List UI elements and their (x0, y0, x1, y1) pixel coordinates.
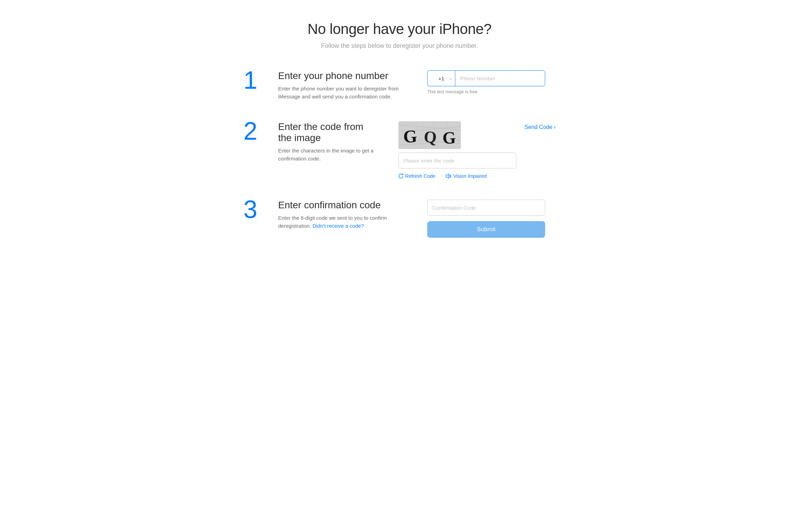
vision-impaired-button[interactable]: Vision Impaired (446, 173, 487, 179)
step-2-input-area: G Q G Refresh Code (378, 121, 556, 179)
captcha-svg: G Q G (399, 121, 461, 149)
svg-marker-12 (446, 174, 449, 178)
captcha-left: G Q G Refresh Code (398, 121, 516, 179)
step-1-input-area: +1 +44 +61 +49 +33 +81 This text message… (406, 70, 556, 94)
page-title: No longer have your iPhone? (308, 21, 492, 37)
step-3: 3 Enter confirmation code Enter the 6-di… (243, 200, 556, 238)
svg-text:Q: Q (423, 128, 437, 146)
audio-icon (446, 174, 451, 178)
steps-container: 1 Enter your phone number Enter the phon… (243, 70, 556, 259)
captcha-area: G Q G Refresh Code (398, 121, 556, 179)
submit-button[interactable]: Submit (427, 221, 545, 238)
vision-impaired-label: Vision Impaired (453, 173, 487, 179)
step-2-number: 2 (243, 119, 271, 143)
step-1-heading: Enter your phone number (278, 70, 406, 81)
phone-number-input[interactable] (455, 70, 545, 86)
refresh-code-button[interactable]: Refresh Code (398, 173, 435, 179)
refresh-icon (398, 174, 403, 178)
page-subtitle: Follow the steps below to deregister you… (308, 42, 492, 50)
captcha-links: Refresh Code Vision Impaired (398, 173, 516, 179)
free-text: This text message is free. (427, 89, 479, 94)
step-1-number: 1 (243, 68, 271, 93)
send-code-arrow: › (554, 124, 556, 130)
step-2-heading: Enter the code from the image (278, 121, 378, 143)
didnt-receive-label: Didn't receive a code? (312, 223, 364, 229)
step-3-input-area: Submit (406, 200, 556, 238)
captcha-image: G Q G (398, 121, 461, 149)
step-2-content: Enter the code from the image Enter the … (271, 121, 378, 163)
step-3-content: Enter confirmation code Enter the 6-digi… (271, 200, 406, 230)
step-3-heading: Enter confirmation code (278, 200, 406, 211)
captcha-input[interactable] (398, 152, 516, 168)
send-code-button[interactable]: Send Code › (525, 124, 556, 130)
phone-input-row: +1 +44 +61 +49 +33 +81 (427, 70, 545, 86)
step-3-number: 3 (243, 197, 271, 222)
step-1-content: Enter your phone number Enter the phone … (271, 70, 406, 101)
refresh-code-label: Refresh Code (405, 173, 435, 179)
didnt-receive-code-link[interactable]: Didn't receive a code? (312, 223, 364, 229)
step-1: 1 Enter your phone number Enter the phon… (243, 70, 556, 101)
svg-text:G: G (442, 128, 456, 147)
step-2-description: Enter the characters in the image to get… (278, 147, 378, 163)
step-3-description: Enter the 6-digit code we sent to you to… (278, 214, 406, 230)
confirmation-code-input[interactable] (427, 200, 545, 216)
svg-text:G: G (403, 126, 418, 147)
step-1-description: Enter the phone number you want to dereg… (278, 85, 406, 101)
country-code-select[interactable]: +1 +44 +61 +49 +33 +81 (427, 70, 455, 86)
page-header: No longer have your iPhone? Follow the s… (308, 21, 492, 50)
step-2: 2 Enter the code from the image Enter th… (243, 121, 556, 179)
send-code-label: Send Code (525, 124, 552, 130)
step-2-right: Send Code › (525, 121, 556, 130)
country-code-wrapper: +1 +44 +61 +49 +33 +81 (427, 70, 455, 86)
